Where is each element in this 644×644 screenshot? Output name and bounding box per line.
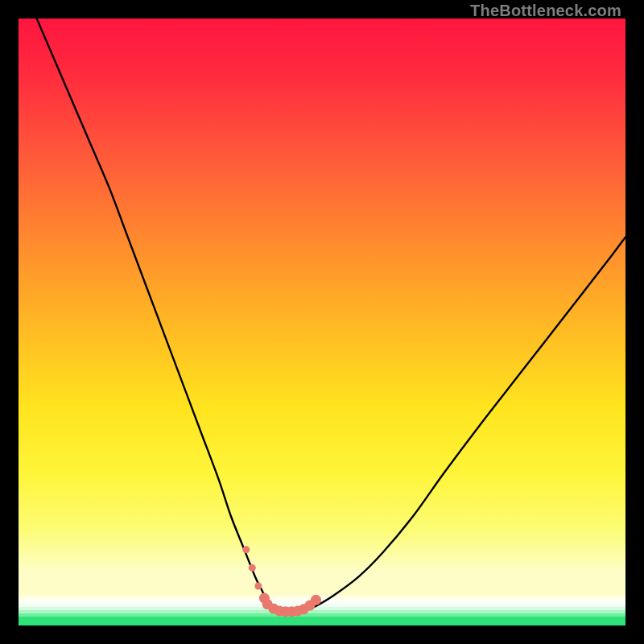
marker-dot (249, 564, 256, 572)
plot-area (19, 19, 625, 625)
chart-root: TheBottleneck.com (0, 0, 644, 644)
marker-dot (254, 582, 262, 589)
watermark-text: TheBottleneck.com (470, 2, 621, 20)
marker-dot (242, 546, 250, 553)
curve-layer (19, 19, 625, 625)
marker-dot (311, 595, 321, 605)
highlight-markers (242, 546, 321, 617)
bottleneck-curve (37, 19, 625, 612)
